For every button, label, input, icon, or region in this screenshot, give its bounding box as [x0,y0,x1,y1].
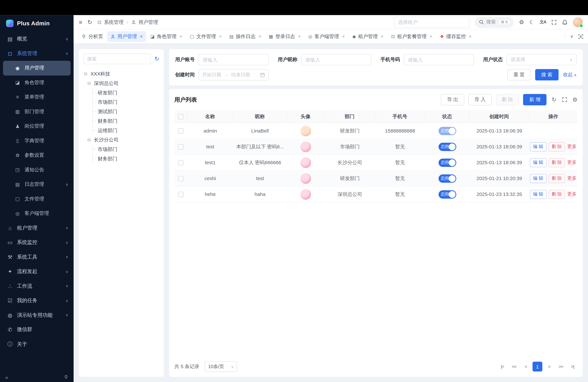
sidebar-item-system-management[interactable]: ⊡ 系统管理 ∧ [0,46,74,61]
more-button[interactable]: 更多 [567,191,577,197]
close-icon[interactable]: × [469,34,472,39]
delete-row-button[interactable]: 删 除 [549,174,565,183]
account-input[interactable] [198,54,269,65]
row-checkbox[interactable] [178,128,183,133]
tree-node-root[interactable]: ⊟ XXX科技 [84,69,159,79]
hamburger-icon[interactable]: ≡ [79,19,82,25]
sidebar-item-user-management[interactable]: ◉ 用户管理 [3,61,71,75]
reset-button[interactable]: 重 置 [507,69,530,80]
sidebar-item-notice[interactable]: ◳ 通知公告 [0,163,74,177]
tree-refresh-icon[interactable]: ↻ [154,56,159,63]
more-button[interactable]: 更多 [567,175,577,182]
last-page-button[interactable]: >| [567,362,577,372]
sidebar-item-file-management[interactable]: ▢ 文件管理 [0,192,74,206]
tab-file-management[interactable]: ▢ 文件管理 × [186,31,225,42]
tree-node-leaf[interactable]: 财务部门 [93,154,159,164]
sidebar-item-overview[interactable]: ▤ 概览 ∨ [0,32,74,46]
row-checkbox[interactable] [178,160,183,165]
nickname-input[interactable] [301,54,371,65]
sidebar-item-workflow[interactable]: ∴ 工作流 ∨ [0,279,74,293]
date-range-picker[interactable]: 开始日期 → 结束日期 [198,69,269,80]
sidebar-item-post-management[interactable]: ♟ 岗位管理 [0,119,74,133]
more-button[interactable]: 更多 [567,159,577,166]
close-icon[interactable]: × [381,34,383,39]
dark-mode-icon[interactable]: ☾ [529,19,534,25]
sidebar-item-client-management[interactable]: ◎ 客户端管理 [0,206,74,221]
collapse-sidebar-icon[interactable]: « [5,374,8,380]
edit-button[interactable]: 编 辑 [530,174,546,183]
close-icon[interactable]: × [140,34,143,39]
add-button[interactable]: 新 增 [523,94,546,105]
refresh-icon[interactable]: ↻ [87,19,92,25]
close-icon[interactable]: × [430,34,432,39]
sidebar-item-menu-management[interactable]: ≡ 菜单管理 [0,90,74,105]
tree-expand-icon[interactable]: ⊟ [87,137,91,142]
bell-icon[interactable] [562,19,568,25]
tree-node-leaf[interactable]: 研发部门 [93,88,159,97]
status-toggle[interactable]: 启用 [438,158,456,167]
tab-tenant-management[interactable]: ◆ 租户管理 × [349,31,387,42]
tab-list-dropdown-icon[interactable]: ∨ [570,34,573,39]
tab-client-management[interactable]: ◎ 客户端管理 × [305,31,348,42]
tree-node-leaf[interactable]: 市场部门 [93,145,159,154]
sidebar-item-wechat-group[interactable]: ✆ 微信群 [0,322,74,337]
delete-row-button[interactable]: 删 除 [549,158,565,167]
status-toggle[interactable]: 启用 [438,127,456,135]
prev-page-button[interactable]: < [521,362,531,372]
row-checkbox[interactable] [178,192,183,197]
tree-node-leaf[interactable]: 市场部门 [93,97,159,107]
export-button[interactable]: 导 出 [441,94,464,105]
sidebar-item-flow-start[interactable]: ✦ 流程发起 ∨ [0,264,74,279]
sidebar-item-log-management[interactable]: ▤ 日志管理 ∨ [0,177,74,192]
tree-node-branch[interactable]: ⊟ 深圳总公司 [87,79,159,88]
user-avatar[interactable] [573,17,583,27]
screenshot-icon[interactable] [578,34,583,39]
sidebar-item-tenant-management[interactable]: ⌂ 租户管理 ∨ [0,221,74,235]
sidebar-item-demo-features[interactable]: ◍ 演示站专用功能 ∨ [0,308,74,322]
row-checkbox[interactable] [178,176,183,181]
search-button[interactable]: 搜 索 [535,69,558,80]
tab-login-log[interactable]: ▦ 登录日志 × [265,31,304,42]
select-all-checkbox[interactable] [178,114,183,119]
breadcrumb-root[interactable]: 系统管理 [104,19,124,25]
delete-row-button[interactable]: 删 除 [549,190,565,199]
gear-icon[interactable]: ⚙ [572,96,577,103]
tree-node-leaf[interactable]: 测试部门 [93,107,159,116]
translate-icon[interactable]: 文A [540,19,546,25]
close-icon[interactable]: × [259,34,261,39]
collapse-filter-link[interactable]: 收起 ∧ [563,71,577,78]
page-size-select[interactable]: 10条/页 ∨ [205,361,237,372]
tree-expand-icon[interactable]: ⊟ [84,71,88,76]
page-number[interactable]: 1 [532,362,542,372]
sidebar-item-system-monitor[interactable]: ▭ 系统监控 ∨ [0,235,74,250]
fullscreen-icon[interactable] [562,97,567,102]
pin-icon[interactable] [64,375,68,379]
tab-cache-monitor[interactable]: ❖ 缓存监控 × [437,31,475,42]
gear-icon[interactable]: ⚙ [519,19,524,25]
tree-node-leaf[interactable]: 运维部门 [93,126,159,135]
next-fast-button[interactable]: >> [556,362,566,372]
tree-node-leaf[interactable]: 财务部门 [93,116,159,126]
tree-search-input[interactable] [84,54,151,64]
close-icon[interactable]: × [219,34,222,39]
sidebar-item-about[interactable]: ⓘ 关于 [0,337,74,351]
global-search[interactable]: 搜索 ⌘ K [475,17,514,28]
tree-expand-icon[interactable]: ⊟ [87,81,91,85]
more-button[interactable]: 更多 [567,144,577,150]
row-checkbox[interactable] [178,144,183,149]
edit-button[interactable]: 编 辑 [530,142,546,151]
tree-node-branch[interactable]: ⊟ 长沙分公司 [87,135,159,145]
phone-input[interactable] [404,54,474,65]
tab-tenant-package[interactable]: ⊡ 租户套餐管理 × [388,31,436,42]
sidebar-item-my-tasks[interactable]: ☑ 我的任务 ∨ [0,293,74,308]
tab-analysis[interactable]: 分析页 [78,31,106,42]
refresh-icon[interactable]: ↻ [552,96,556,103]
sidebar-item-role-management[interactable]: ◪ 角色管理 [0,75,74,90]
close-icon[interactable]: × [298,34,301,39]
status-toggle[interactable]: 启用 [438,174,456,183]
prev-fast-button[interactable]: << [509,362,519,372]
next-page-button[interactable]: > [544,362,554,372]
status-toggle[interactable]: 启用 [438,190,456,198]
edit-button[interactable]: 编 辑 [530,190,546,199]
status-select[interactable]: 请选择 ∨ [506,54,577,65]
